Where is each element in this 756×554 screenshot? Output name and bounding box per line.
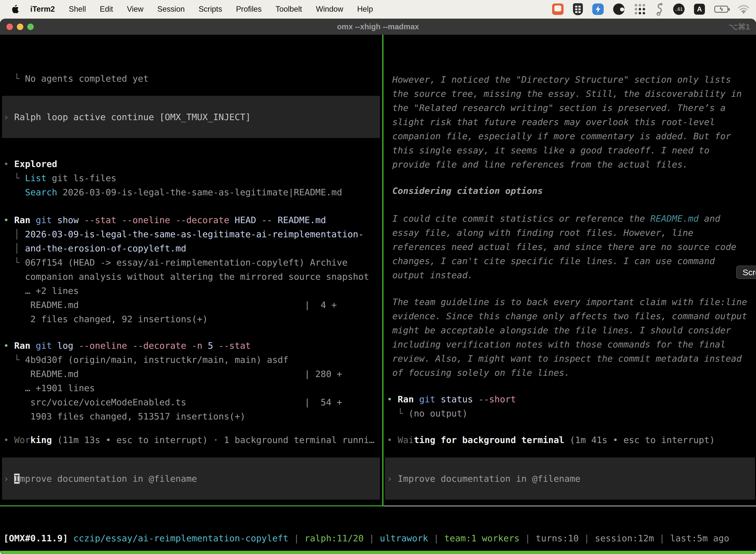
dots-grid-icon[interactable] (634, 3, 646, 15)
screen-tooltip: Scre (736, 266, 756, 279)
menu-item-help[interactable]: Help (357, 5, 373, 14)
reasoning-text-row: slight risk that future readers may over… (387, 115, 715, 129)
lightning-badge-icon[interactable] (592, 3, 604, 15)
window-title-bar: omx --xhigh --madmax ⌥⌘1 (0, 19, 756, 35)
shield-icon[interactable] (573, 3, 583, 15)
terminal-area: └ No agents completed yet› Ralph loop ac… (0, 35, 756, 554)
git-show-output-row: companion analysis without altering the … (3, 270, 369, 284)
window-shortcut: ⌥⌘1 (729, 22, 750, 32)
inactive-pane-border (383, 506, 756, 506)
reasoning-text-row: The team guideline is to back every impo… (387, 295, 747, 309)
model-status-row: gpt-5.4 xhigh · 96% left · 520K in · 5.8… (387, 503, 753, 505)
tmux-pane-left[interactable]: └ No agents completed yet› Ralph loop ac… (0, 35, 382, 505)
prompt-input-row: › Improve documentation in @filename (3, 472, 197, 486)
reasoning-text-row: changes, I can't cite specific file line… (387, 254, 715, 268)
reasoning-text-row: including verification notes with those … (387, 337, 726, 351)
git-log-stat-row: … +1901 lines (3, 381, 95, 395)
git-log-stat-row: src/voice/voiceModeEnabled.ts | 54 + (3, 395, 342, 409)
macos-menu-bar: iTerm2ShellEditViewSessionScriptsProfile… (0, 0, 756, 18)
window-title: omx --xhigh --madmax (0, 22, 756, 31)
pane-divider-vertical[interactable] (382, 35, 383, 506)
waiting-status-row: • Waiting for background terminal (1m 41… (387, 433, 715, 447)
ran-git-show-row: • Ran git show --stat --oneline --decora… (3, 213, 326, 227)
working-status-row: • Working (11m 13s • esc to interrupt) ·… (3, 433, 375, 447)
reasoning-text-row: references need actual files, and since … (387, 240, 737, 254)
reasoning-text-row: provide file and line references from th… (387, 157, 688, 171)
git-show-output-row: └ 067f154 (HEAD -> essay/ai-reimplementa… (3, 256, 348, 270)
screen-tooltip-label: Scre (743, 268, 756, 277)
reasoning-text-row: essay file, along with finding root file… (387, 226, 693, 240)
menu-items: iTerm2ShellEditViewSessionScriptsProfile… (30, 5, 373, 14)
reasoning-text-row: output instead. (387, 268, 473, 282)
ran-git-status-row: • Ran git status --short (387, 392, 516, 406)
reasoning-text-row: might be acceptable alongside the file l… (387, 323, 731, 337)
ralph-inject-row: › Ralph loop active continue [OMX_TMUX_I… (3, 110, 251, 124)
battery-percent-badge-icon[interactable]: ..61 (673, 3, 685, 15)
git-show-stat-row: 2 files changed, 92 insertions(+) (3, 312, 208, 326)
git-log-stat-row: README.md | 280 + (3, 367, 342, 381)
reasoning-text-row: the "Related research writing" section i… (387, 101, 726, 115)
explored-search-row: Search 2026-03-09-is-legal-the-same-as-l… (3, 185, 342, 199)
model-status-row: gpt-5.4 xhigh · main · 91% left · 2.31M … (3, 503, 375, 505)
git-show-arg-row: │ 2026-03-09-is-legal-the-same-as-legiti… (3, 227, 364, 241)
menu-item-session[interactable]: Session (157, 5, 185, 14)
reasoning-text-row: of focusing solely on file lines. (387, 366, 570, 380)
explored-list-row: └ List git ls-files (3, 171, 116, 185)
git-status-output-row: └ (no output) (387, 406, 467, 421)
explored-header-row: • Explored (3, 157, 57, 171)
git-show-arg-row: │ and-the-erosion-of-copyleft.md (3, 241, 186, 256)
menu-status-icons: ..61 A ϟ (552, 0, 750, 18)
pie-icon[interactable] (613, 3, 625, 15)
menu-item-shell[interactable]: Shell (69, 5, 86, 14)
menu-item-scripts[interactable]: Scripts (199, 5, 222, 14)
active-pane-border (0, 505, 383, 506)
reasoning-text-row: I could cite commit statistics or refere… (387, 212, 720, 226)
reasoning-text-row: this single essay, it seems like a good … (387, 143, 709, 157)
omx-status-row: [OMX#0.11.9] cczip/essay/ai-reimplementa… (3, 531, 729, 545)
reasoning-heading-row: Considering citation options (387, 184, 543, 198)
menu-item-edit[interactable]: Edit (100, 5, 113, 14)
wifi-icon[interactable] (738, 5, 750, 14)
menu-item-toolbelt[interactable]: Toolbelt (275, 5, 302, 14)
reasoning-text-row: review. Also, I might want to inspect th… (387, 351, 742, 366)
prompt-input-row: › Improve documentation in @filename (387, 472, 580, 486)
git-log-stat-row: 1903 files changed, 513517 insertions(+) (3, 409, 245, 424)
reasoning-text-row: evidence. Since this change only affects… (387, 309, 747, 323)
menu-item-iterm2[interactable]: iTerm2 (30, 5, 55, 14)
reasoning-text-row: companion file, especially if more comme… (387, 129, 731, 143)
s-curve-icon[interactable] (655, 3, 664, 16)
omx-status-line: [OMX#0.11.9] cczip/essay/ai-reimplementa… (0, 516, 756, 546)
apple-menu-icon[interactable] (10, 5, 20, 14)
battery-icon[interactable]: ϟ (714, 6, 728, 13)
reasoning-text-row: the source tree, missing the essay. Stil… (387, 87, 742, 101)
keyboard-layout-icon[interactable]: A (694, 4, 705, 15)
iterm2-window: omx --xhigh --madmax ⌥⌘1 └ No agents com… (0, 19, 756, 554)
menu-item-window[interactable]: Window (316, 5, 343, 14)
git-log-output-row: └ 4b9d30f (origin/main, instructkr/main,… (3, 353, 289, 367)
chat-icon[interactable] (552, 3, 564, 15)
tmux-pane-right[interactable]: However, I noticed the "Directory Struct… (383, 35, 756, 505)
ran-git-log-row: • Ran git log --oneline --decorate -n 5 … (3, 339, 251, 353)
menu-item-view[interactable]: View (127, 5, 144, 14)
git-show-stat-row: README.md | 4 + (3, 298, 337, 312)
reasoning-text-row: However, I noticed the "Directory Struct… (387, 72, 731, 87)
git-show-output-row: … +2 lines (3, 284, 79, 298)
agents-note-row: └ No agents completed yet (3, 71, 148, 86)
menu-item-profiles[interactable]: Profiles (236, 5, 261, 14)
tmux-status-bar: [omx-cczip0:bash* "MacBook-Pro-44.local"… (0, 551, 756, 554)
